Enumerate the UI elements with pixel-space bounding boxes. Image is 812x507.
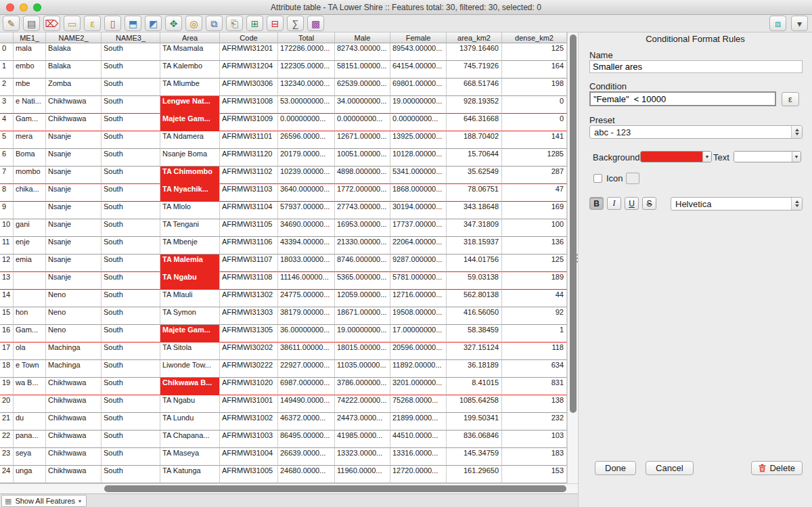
cell-Male[interactable]: 16953.00000... — [335, 219, 390, 237]
cell-NAME3_[interactable]: South — [102, 202, 160, 219]
cell-Male[interactable]: 12671.00000... — [335, 131, 390, 149]
cell-Female[interactable]: 3201.000000... — [390, 378, 447, 395]
cell-Area[interactable]: Liwonde Tow... — [160, 360, 220, 378]
table-options-button[interactable]: ▾ — [791, 16, 808, 31]
cell-NAME2_[interactable]: Neno — [46, 290, 102, 307]
row-number[interactable]: 15 — [0, 307, 14, 325]
horizontal-scrollbar-thumb[interactable] — [104, 485, 566, 492]
cell-Total[interactable]: 11146.00000... — [278, 272, 335, 290]
cell-Code[interactable]: AFRMWI31101 — [220, 131, 278, 149]
icon-preview-swatch[interactable] — [626, 173, 639, 184]
cell-NAME2_[interactable]: Neno — [46, 307, 102, 325]
preset-select[interactable]: abc - 123 — [589, 125, 803, 139]
rule-name-input[interactable] — [589, 60, 803, 73]
bold-button[interactable]: B — [589, 197, 604, 210]
cell-Female[interactable]: 44510.0000... — [390, 431, 447, 448]
row-number[interactable]: 24 — [0, 466, 14, 483]
cell-Female[interactable]: 75268.0000... — [390, 395, 447, 413]
row-number[interactable]: 21 — [0, 413, 14, 431]
cell-Area[interactable]: TA Nyachik... — [160, 184, 220, 202]
cell-area_km2[interactable]: 199.50341 — [447, 413, 502, 431]
cell-NAME2_[interactable]: Chikhwawa — [46, 378, 102, 395]
cell-NAME3_[interactable]: South — [102, 114, 160, 131]
field-calculator-button[interactable]: ∑ — [287, 16, 304, 31]
cell-Total[interactable]: 38179.00000... — [278, 307, 335, 325]
cell-NAME2_[interactable]: Balaka — [46, 43, 102, 61]
cell-NAME3_[interactable]: South — [102, 378, 160, 395]
cell-NAME2_[interactable]: Chikhwawa — [46, 448, 102, 466]
cell-area_km2[interactable]: 78.06751 — [447, 184, 502, 202]
cell-NAME2_[interactable]: Chikhwawa — [46, 466, 102, 483]
cell-dense_km2[interactable]: 183 — [502, 448, 567, 466]
column-header-ME1_[interactable]: ME1_ — [14, 32, 46, 43]
cell-Area[interactable]: TA Malemia — [160, 255, 220, 272]
cell-ME1_[interactable]: ola — [14, 343, 46, 360]
column-header-Area[interactable]: Area — [160, 32, 220, 43]
cell-Total[interactable]: 0.00000000... — [278, 114, 335, 131]
delete-selected-button[interactable]: ⌦ — [43, 16, 60, 31]
cell-Female[interactable]: 12720.0000... — [390, 466, 447, 483]
cell-dense_km2[interactable]: 44 — [502, 290, 567, 307]
column-header-Female[interactable]: Female — [390, 32, 447, 43]
font-select[interactable]: Helvetica — [671, 197, 803, 211]
zoom-to-selected-button[interactable]: ◎ — [185, 16, 202, 31]
cell-Area[interactable]: TA Chimombo — [160, 167, 220, 184]
cell-Male[interactable]: 11035.00000... — [335, 360, 390, 378]
cell-area_km2[interactable]: 1085.64258 — [447, 395, 502, 413]
cell-Total[interactable]: 22927.00000... — [278, 360, 335, 378]
strikethrough-button[interactable]: S — [642, 197, 656, 210]
cell-Male[interactable]: 10051.00000... — [335, 149, 390, 167]
cell-NAME3_[interactable]: South — [102, 255, 160, 272]
cell-Code[interactable]: AFRMWI31102 — [220, 167, 278, 184]
cell-ME1_[interactable]: Gam... — [14, 114, 46, 131]
cell-dense_km2[interactable]: 103 — [502, 431, 567, 448]
cell-Total[interactable]: 34690.00000... — [278, 219, 335, 237]
cell-Male[interactable]: 12059.00000... — [335, 290, 390, 307]
cell-Female[interactable]: 13925.00000... — [390, 131, 447, 149]
cell-dense_km2[interactable]: 0 — [502, 96, 567, 114]
row-number[interactable]: 5 — [0, 131, 14, 149]
row-number[interactable]: 9 — [0, 202, 14, 219]
row-number[interactable]: 18 — [0, 360, 14, 378]
cell-dense_km2[interactable]: 100 — [502, 219, 567, 237]
horizontal-scrollbar[interactable] — [0, 483, 578, 493]
row-number[interactable]: 12 — [0, 255, 14, 272]
condition-input[interactable] — [589, 91, 776, 106]
cell-ME1_[interactable]: Boma — [14, 149, 46, 167]
cell-Area[interactable]: Lengwe Nat... — [160, 96, 220, 114]
cell-NAME3_[interactable]: South — [102, 131, 160, 149]
row-number[interactable]: 4 — [0, 114, 14, 131]
cell-NAME3_[interactable]: South — [102, 43, 160, 61]
cell-Total[interactable]: 6987.000000... — [278, 378, 335, 395]
cell-dense_km2[interactable]: 138 — [502, 395, 567, 413]
cell-area_km2[interactable]: 144.01756 — [447, 255, 502, 272]
move-selection-to-top-button[interactable]: ⬒ — [125, 16, 141, 31]
cell-Female[interactable]: 0.00000000... — [390, 114, 447, 131]
cell-NAME3_[interactable]: South — [102, 167, 160, 184]
cell-dense_km2[interactable]: 92 — [502, 307, 567, 325]
new-field-button[interactable]: ⊞ — [246, 16, 263, 31]
cell-dense_km2[interactable]: 125 — [502, 255, 567, 272]
cell-NAME2_[interactable]: Chikhwawa — [46, 413, 102, 431]
cell-area_km2[interactable]: 343.18648 — [447, 202, 502, 219]
cell-Total[interactable]: 149490.0000... — [278, 395, 335, 413]
column-header-area_km2[interactable]: area_km2 — [447, 32, 502, 43]
save-edits-button[interactable]: ▤ — [23, 16, 40, 31]
cell-Area[interactable]: TA Ngabu — [160, 395, 220, 413]
cell-Code[interactable]: AFRMWI30222 — [220, 360, 278, 378]
cell-dense_km2[interactable]: 287 — [502, 167, 567, 184]
cell-NAME3_[interactable]: South — [102, 149, 160, 167]
column-header-Code[interactable]: Code — [220, 32, 278, 43]
cell-Total[interactable]: 3640.000000... — [278, 184, 335, 202]
cell-area_km2[interactable]: 188.70402 — [447, 131, 502, 149]
cell-Area[interactable]: TA Ndamera — [160, 131, 220, 149]
cell-Area[interactable]: TA Mbenje — [160, 237, 220, 255]
row-number[interactable]: 17 — [0, 343, 14, 360]
column-header-NAME2_[interactable]: NAME2_ — [46, 32, 102, 43]
cell-Total[interactable]: 46372.0000... — [278, 413, 335, 431]
cell-NAME3_[interactable]: South — [102, 466, 160, 483]
cell-Area[interactable]: TA Ngabu — [160, 272, 220, 290]
cell-NAME3_[interactable]: South — [102, 395, 160, 413]
cell-Total[interactable]: 26639.0000... — [278, 448, 335, 466]
row-number[interactable]: 10 — [0, 219, 14, 237]
